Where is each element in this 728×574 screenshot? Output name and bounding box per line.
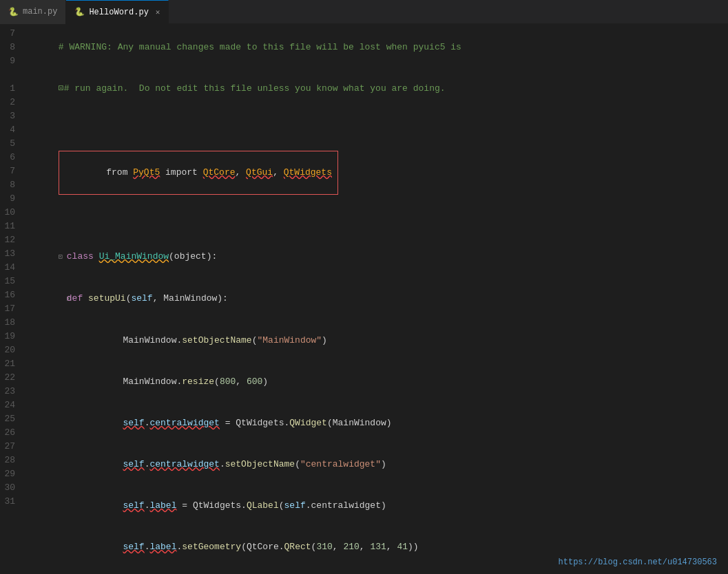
code-line-2 <box>21 209 728 222</box>
line-num: 10 <box>0 206 15 220</box>
line-num: 17 <box>0 302 15 316</box>
line-num: 9 <box>0 54 15 68</box>
line-num: 6 <box>0 151 15 164</box>
tab-helloword-py[interactable]: 🐍 HelloWord.py ✕ <box>66 0 169 24</box>
code-line-4: ⊡class Ui_MainWindow(object): <box>21 236 728 278</box>
code-line-10: self.label = QtWidgets.QLabel(self.centr… <box>21 485 728 527</box>
editor: 7 8 9 1 2 3 4 5 6 7 8 9 10 11 12 13 14 1… <box>0 24 728 574</box>
code-line-blank <box>21 123 728 137</box>
code-line-6: MainWindow.setObjectName("MainWindow") <box>21 320 728 361</box>
line-num: 8 <box>0 178 15 192</box>
tab-helloword-py-label: HelloWord.py <box>89 8 148 17</box>
tab-close-button[interactable]: ✕ <box>156 8 160 17</box>
code-line-8: ⊡# run again. Do not edit this file unle… <box>21 68 728 109</box>
collapse-icon: ⊡ <box>59 251 67 264</box>
line-num: 7 <box>0 164 15 178</box>
python-file-icon: 🐍 <box>8 7 19 17</box>
line-num: 5 <box>0 137 15 151</box>
line-numbers: 7 8 9 1 2 3 4 5 6 7 8 9 10 11 12 13 14 1… <box>0 24 21 574</box>
line-num: 20 <box>0 343 15 357</box>
code-line-import: from PyQt5 import QtCore, QtGui, QtWidge… <box>21 137 728 209</box>
code-line-5: ⊡def setupUi(self, MainWindow): <box>21 278 728 320</box>
line-num: 14 <box>0 261 15 275</box>
line-num: 8 <box>0 41 15 54</box>
code-line-9 <box>21 109 728 123</box>
line-num: 2 <box>0 96 15 109</box>
line-num: 12 <box>0 233 15 247</box>
line-num: 19 <box>0 330 15 343</box>
line-num: 28 <box>0 454 15 467</box>
line-num: 31 <box>0 495 15 509</box>
line-num: 4 <box>0 123 15 137</box>
python-file-icon-2: 🐍 <box>74 7 85 17</box>
line-num: 29 <box>0 467 15 481</box>
line-num: 9 <box>0 192 15 206</box>
tab-bar: 🐍 main.py 🐍 HelloWord.py ✕ <box>0 0 728 24</box>
code-line-8b: self.centralwidget = QtWidgets.QWidget(M… <box>21 403 728 444</box>
code-area[interactable]: # WARNING: Any manual changes made to th… <box>21 24 728 574</box>
code-line-7: # WARNING: Any manual changes made to th… <box>21 27 728 68</box>
line-num: 3 <box>0 109 15 123</box>
code-line-9b: self.centralwidget.setObjectName("centra… <box>21 444 728 485</box>
tab-main-py-label: main.py <box>23 7 57 17</box>
line-num: 27 <box>0 440 15 454</box>
code-line-3 <box>21 222 728 236</box>
line-num: 23 <box>0 385 15 398</box>
watermark-url: https://blog.csdn.net/u014730563 <box>559 557 717 567</box>
line-num: 21 <box>0 357 15 371</box>
line-num: 18 <box>0 316 15 330</box>
line-num: 13 <box>0 247 15 261</box>
line-num: 26 <box>0 426 15 440</box>
code-line-12: sizePolicy = QtWidgets.QSizePolicy(QtWid… <box>21 568 728 574</box>
line-num: 25 <box>0 412 15 426</box>
code-line-7b: MainWindow.resize(800, 600) <box>21 361 728 403</box>
line-num: 16 <box>0 288 15 302</box>
tab-main-py[interactable]: 🐍 main.py <box>0 0 66 24</box>
line-num: 1 <box>0 82 15 96</box>
line-num: 24 <box>0 398 15 412</box>
collapse-icon-2: ⊡ <box>59 293 67 306</box>
import-highlight-box: from PyQt5 import QtCore, QtGui, QtWidge… <box>59 151 338 195</box>
line-num <box>0 68 15 82</box>
line-num: 11 <box>0 220 15 233</box>
line-num: 30 <box>0 481 15 495</box>
line-num: 22 <box>0 371 15 385</box>
line-num: 7 <box>0 27 15 41</box>
line-num: 15 <box>0 275 15 288</box>
